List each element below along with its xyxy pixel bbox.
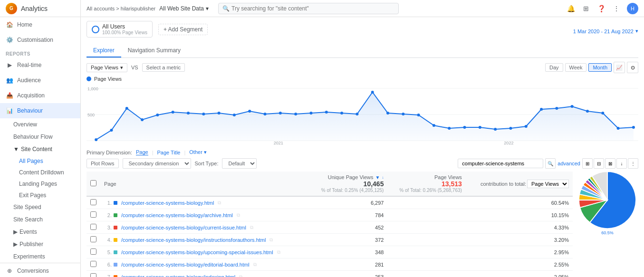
table-export-button[interactable]: ↓ — [616, 158, 627, 169]
search-input[interactable] — [231, 5, 394, 12]
row-checkbox[interactable] — [90, 236, 96, 242]
add-segment-button[interactable]: + Add Segment — [158, 24, 208, 35]
vs-label: VS — [131, 65, 138, 70]
copy-icon[interactable]: ⧉ — [250, 225, 253, 230]
copy-icon[interactable]: ⧉ — [269, 237, 273, 243]
month-button[interactable]: Month — [588, 63, 612, 72]
sidebar-item-content-drilldown[interactable]: Content Drilldown — [0, 167, 80, 178]
row-number: 1. — [104, 200, 112, 206]
svg-point-25 — [402, 113, 404, 115]
legend-dot — [87, 76, 91, 81]
avatar[interactable]: H — [627, 3, 638, 14]
sidebar-item-site-content[interactable]: ▼ Site Content — [0, 143, 80, 155]
help-icon[interactable]: ❓ — [596, 4, 606, 13]
sidebar-item-behaviour[interactable]: 📊 Behaviour — [0, 103, 80, 118]
sort-down-icon[interactable]: ↓ — [382, 175, 384, 180]
filter-search-button[interactable]: 🔍 — [545, 158, 556, 169]
table-comparison-button[interactable]: ⊟ — [594, 158, 604, 169]
sidebar-item-home[interactable]: 🏠 Home — [0, 17, 80, 32]
line-chart-view-button[interactable]: 📈 — [614, 62, 625, 73]
table-row: 4. /computer-science-systems-biology/ins… — [87, 234, 573, 246]
page-link[interactable]: /computer-science-systems-biology/instru… — [121, 237, 266, 243]
row-checkbox-cell[interactable] — [87, 258, 100, 271]
search-bar[interactable]: 🔍 — [218, 3, 399, 14]
metric-dropdown-icon: ▾ — [120, 65, 123, 71]
page-link[interactable]: /computer-science-systems-biology/indexi… — [121, 274, 235, 277]
select-metric[interactable]: Select a metric — [142, 63, 185, 72]
row-checkbox-cell[interactable] — [87, 221, 100, 234]
copy-icon[interactable]: ⧉ — [253, 262, 257, 267]
row-checkbox-cell[interactable] — [87, 196, 100, 209]
svg-point-21 — [340, 112, 343, 115]
filter-input[interactable] — [458, 159, 543, 168]
secondary-dimension-select[interactable]: Secondary dimension — [123, 158, 191, 169]
week-button[interactable]: Week — [565, 63, 587, 72]
page-link[interactable]: /computer-science-systems-biology.html — [121, 200, 214, 206]
sidebar-item-exit-pages[interactable]: Exit Pages — [0, 190, 80, 201]
notifications-icon[interactable]: 🔔 — [566, 4, 576, 13]
contribution-metric-select[interactable]: Page Views — [527, 180, 569, 188]
date-range-selector[interactable]: 1 Mar 2020 - 21 Aug 2022 ▾ — [573, 28, 638, 34]
sidebar-item-acquisition[interactable]: 📥 Acquisition — [0, 88, 80, 103]
sidebar-item-all-pages[interactable]: All Pages — [0, 155, 80, 167]
sidebar-item-audience[interactable]: 👥 Audience — [0, 73, 80, 88]
select-all-header[interactable] — [87, 172, 100, 196]
page-link[interactable]: /computer-science-systems-biology/curren… — [121, 225, 246, 230]
advanced-link[interactable]: advanced — [557, 161, 580, 166]
page-link[interactable]: /computer-science-systems-biology/upcomi… — [121, 249, 273, 255]
motionplot-view-button[interactable]: ⊙ — [627, 62, 638, 73]
dim-other-dropdown[interactable]: Other ▾ — [189, 149, 207, 155]
sidebar-item-site-speed[interactable]: Site Speed — [0, 201, 80, 213]
sidebar-item-experiments[interactable]: Experiments — [0, 250, 80, 263]
table-pivot-button[interactable]: ⊠ — [605, 158, 615, 169]
table-columns-button[interactable]: ⋮ — [628, 158, 638, 169]
day-button[interactable]: Day — [545, 63, 563, 72]
sidebar-item-events[interactable]: ▶ Events — [0, 226, 80, 238]
sidebar-item-exit-pages-label: Exit Pages — [19, 192, 46, 199]
row-checkbox[interactable] — [90, 248, 96, 255]
row-checkbox-cell[interactable] — [87, 271, 100, 277]
sort-icon[interactable]: ▼ — [375, 175, 380, 180]
svg-point-18 — [294, 113, 297, 115]
row-checkbox-cell[interactable] — [87, 209, 100, 221]
page-link[interactable]: /computer-science-systems-biology/editor… — [121, 262, 250, 267]
row-checkbox[interactable] — [90, 224, 96, 230]
row-checkbox[interactable] — [90, 273, 96, 277]
breadcrumb: All accounts > hilarispublisher — [87, 6, 155, 11]
all-users-segment[interactable]: All Users 100.00% Page Views — [87, 21, 153, 38]
contribution-column-header[interactable]: contribution to total: Page Views — [466, 172, 573, 196]
sidebar-item-customisation[interactable]: ⚙️ Customisation — [0, 32, 80, 48]
page-link[interactable]: /computer-science-systems-biology/archiv… — [121, 212, 233, 218]
sidebar-item-site-search[interactable]: Site Search — [0, 213, 80, 226]
plot-rows-button[interactable]: Plot Rows — [87, 159, 119, 168]
sidebar-item-behaviour-flow[interactable]: Behaviour Flow — [0, 131, 80, 143]
table-grid-button[interactable]: ⊞ — [582, 158, 593, 169]
row-checkbox[interactable] — [90, 261, 96, 267]
dim-page-title-link[interactable]: Page Title — [157, 150, 181, 155]
property-selector[interactable]: All Web Site Data ▾ — [159, 5, 209, 12]
sidebar-item-landing-pages[interactable]: Landing Pages — [0, 178, 80, 190]
copy-icon[interactable]: ⧉ — [277, 249, 280, 255]
more-icon[interactable]: ⋮ — [612, 4, 621, 13]
sidebar-item-publisher[interactable]: ▶ Publisher — [0, 238, 80, 250]
unique-pv-column-header[interactable]: Unique Page Views ▼ ↓ 10,465 % of Total:… — [309, 172, 387, 196]
sort-type-select[interactable]: Default — [222, 158, 257, 169]
tab-navigation-summary[interactable]: Navigation Summary — [121, 44, 187, 57]
sidebar-item-realtime[interactable]: ▶ Real-time — [0, 57, 80, 73]
copy-icon[interactable]: ⧉ — [218, 200, 221, 206]
row-checkbox-cell[interactable] — [87, 234, 100, 246]
sidebar-item-conversions[interactable]: ⊕ Conversions — [0, 263, 80, 277]
row-checkbox[interactable] — [90, 211, 96, 218]
row-checkbox-cell[interactable] — [87, 246, 100, 258]
copy-icon[interactable]: ⧉ — [239, 274, 242, 277]
metric-selector[interactable]: Page Views ▾ — [87, 63, 127, 72]
row-checkbox[interactable] — [90, 199, 96, 205]
tab-explorer[interactable]: Explorer — [87, 44, 121, 57]
apps-icon[interactable]: ⊞ — [581, 4, 591, 13]
select-all-checkbox[interactable] — [90, 180, 96, 186]
sidebar-item-overview[interactable]: Overview — [0, 118, 80, 131]
svg-point-13 — [218, 112, 221, 115]
table-view-icons: ⊞ ⊟ ⊠ ↓ ⋮ — [582, 158, 638, 169]
dim-page-link[interactable]: Page — [136, 149, 148, 155]
copy-icon[interactable]: ⧉ — [237, 212, 240, 218]
